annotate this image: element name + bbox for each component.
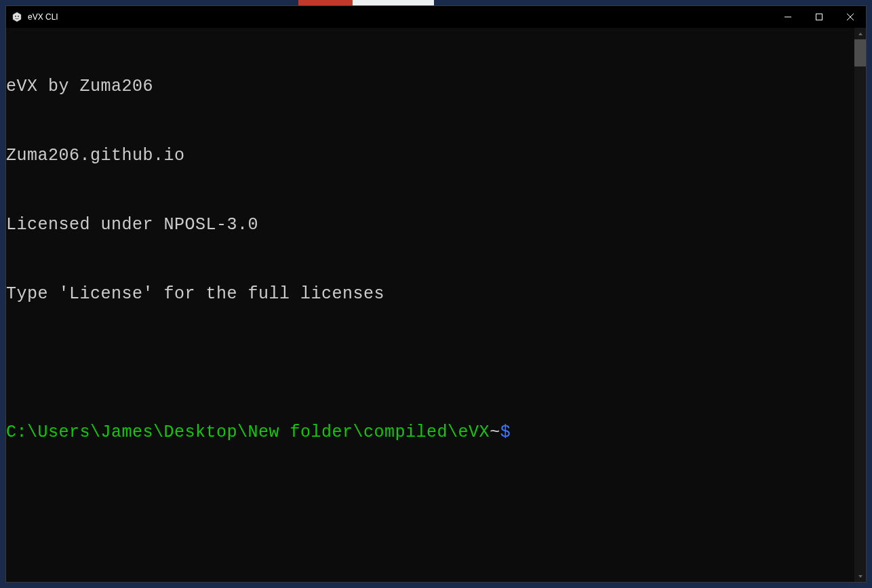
svg-marker-7 <box>858 33 863 35</box>
scrollbar-down-arrow-icon[interactable] <box>854 570 866 582</box>
maximize-button[interactable] <box>804 6 835 28</box>
terminal-window: eVX CLI eVX by Zuma206 Zuma206.github.io… <box>5 5 867 583</box>
output-line: eVX by Zuma206 <box>6 75 854 98</box>
desktop-background-fragment <box>298 0 434 5</box>
app-icon <box>12 12 22 22</box>
svg-marker-0 <box>13 12 21 22</box>
prompt-line: C:\Users\James\Desktop\New folder\compil… <box>6 421 854 444</box>
window-title: eVX CLI <box>28 12 58 22</box>
terminal-output[interactable]: eVX by Zuma206 Zuma206.github.io License… <box>6 28 854 582</box>
output-line: Zuma206.github.io <box>6 144 854 168</box>
minimize-button[interactable] <box>772 6 804 28</box>
svg-point-1 <box>15 16 16 17</box>
vertical-scrollbar[interactable] <box>854 28 866 582</box>
svg-marker-8 <box>858 575 863 578</box>
terminal-area: eVX by Zuma206 Zuma206.github.io License… <box>6 28 866 582</box>
svg-point-2 <box>18 16 19 17</box>
blank-line <box>6 352 854 375</box>
scrollbar-thumb[interactable] <box>854 39 866 66</box>
titlebar[interactable]: eVX CLI <box>6 6 866 28</box>
prompt-path: C:\Users\James\Desktop\New folder\compil… <box>6 423 490 442</box>
output-line: Licensed under NPOSL-3.0 <box>6 214 854 237</box>
prompt-separator: ~ <box>490 423 500 442</box>
svg-rect-4 <box>816 14 823 20</box>
close-button[interactable] <box>835 6 866 28</box>
prompt-symbol: $ <box>500 423 511 442</box>
scrollbar-up-arrow-icon[interactable] <box>854 28 866 39</box>
window-controls <box>772 6 866 28</box>
output-line: Type 'License' for the full licenses <box>6 283 854 306</box>
